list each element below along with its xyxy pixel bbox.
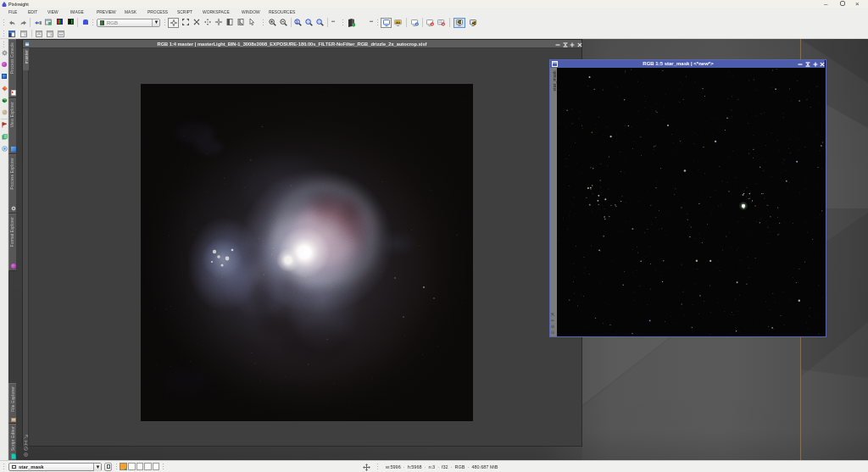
svg-text:1: 1 (296, 19, 298, 25)
